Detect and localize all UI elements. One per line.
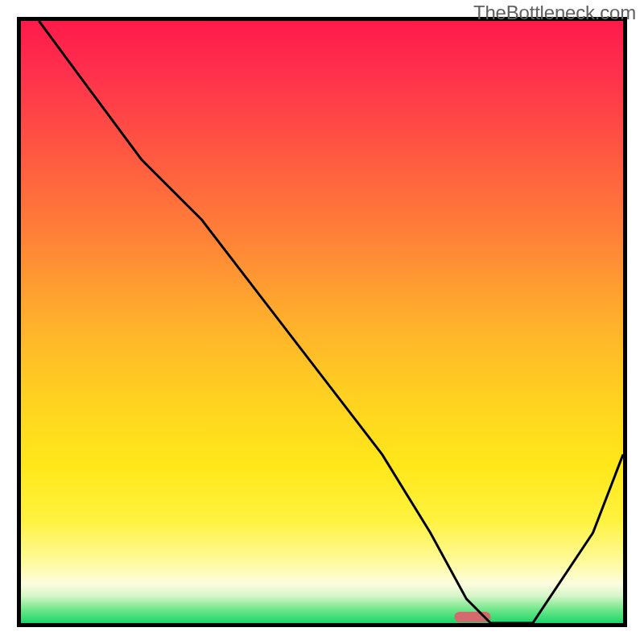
bottleneck-chart (0, 0, 644, 644)
gradient-background (21, 21, 623, 623)
chart-container: { "watermark": "TheBottleneck.com", "cha… (0, 0, 644, 644)
watermark-text: TheBottleneck.com (473, 2, 636, 24)
